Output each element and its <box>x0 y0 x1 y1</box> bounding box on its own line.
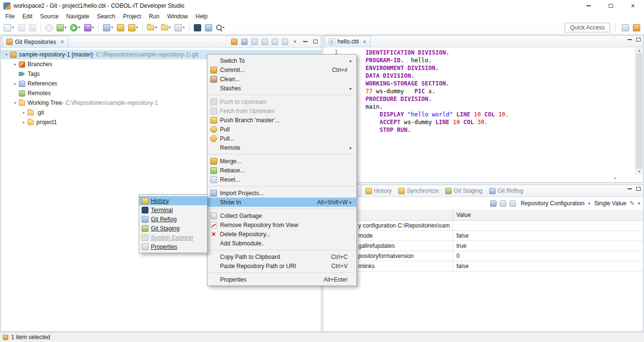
menu-project[interactable]: Project <box>119 12 145 21</box>
dropdown-arrow-icon[interactable]: ▾ <box>78 26 80 29</box>
flat-mode-button[interactable] <box>509 199 517 208</box>
import-folder-button[interactable]: ▾ <box>146 24 159 31</box>
menu-item-git-reflog[interactable]: Git Reflog <box>139 214 207 224</box>
git-perspective-button[interactable] <box>631 23 642 32</box>
value-column-header[interactable]: Value <box>453 210 643 220</box>
dropdown-arrow-icon[interactable]: ▾ <box>92 26 94 29</box>
show-view-button[interactable] <box>204 23 214 32</box>
tree-mode-button[interactable] <box>499 199 508 208</box>
menu-item-add-submodule[interactable]: Add Submodule.. <box>207 239 356 248</box>
tab-git-reflog[interactable]: Git Reflog <box>486 187 526 194</box>
run-button[interactable]: ▾ <box>69 23 82 32</box>
dropdown-arrow-icon[interactable]: ▾ <box>136 26 138 29</box>
menu-item-terminal[interactable]: Terminal <box>139 205 207 214</box>
close-tab-icon[interactable]: ✕ <box>60 39 64 44</box>
tab-history[interactable]: History <box>363 187 395 194</box>
scroll-right-icon[interactable]: ▸ <box>614 175 616 180</box>
menu-item-pull[interactable]: Pull <box>207 125 356 134</box>
editor-horizontal-scrollbar[interactable]: ▸ <box>323 175 635 182</box>
link-with-editor-button[interactable] <box>489 199 498 208</box>
minimize-button[interactable] <box>301 37 309 46</box>
menu-item-switch-to[interactable]: Switch To▸ <box>207 56 356 65</box>
expander-icon[interactable]: ▾ <box>12 100 19 105</box>
menu-item-collect-garbage[interactable]: Collect Garbage <box>207 211 356 220</box>
clone-repository-button[interactable] <box>240 37 249 46</box>
quick-access-button[interactable]: Quick Access <box>565 23 610 32</box>
menu-source[interactable]: Source <box>36 12 62 21</box>
dropdown-arrow-icon[interactable]: ▾ <box>183 26 185 29</box>
database-button[interactable] <box>116 23 126 32</box>
tab-git-repositories[interactable]: Git Repositories ✕ <box>2 36 69 47</box>
code-area[interactable]: IDENTIFICATION DIVISION.PROGRAM-ID. hell… <box>342 47 635 175</box>
expander-icon[interactable]: ▸ <box>20 120 28 125</box>
minimize-window-button[interactable] <box>577 0 600 12</box>
open-console-button[interactable] <box>192 23 203 32</box>
export-folder-button[interactable]: ▾ <box>160 24 173 31</box>
menu-item-stashes[interactable]: Stashes▸ <box>207 84 356 93</box>
repository-configuration-dropdown[interactable]: Repository Configuration ▼ <box>521 200 591 207</box>
menu-item-copy-path-to-clipboard[interactable]: Copy Path to ClipboardCtrl+C <box>207 252 356 261</box>
menu-item-pull[interactable]: Pull... <box>207 134 356 143</box>
minimize-view-icon[interactable] <box>628 188 632 189</box>
menu-item-commit[interactable]: Commit...Ctrl+# <box>207 65 356 74</box>
dropdown-arrow-icon[interactable]: ▾ <box>111 26 113 29</box>
collapse-all-button[interactable] <box>280 37 289 46</box>
edit-value-icon[interactable]: ✎ <box>629 200 634 207</box>
dropdown-arrow-icon[interactable]: ▾ <box>12 26 14 29</box>
expander-icon[interactable]: ▾ <box>3 52 10 57</box>
dropdown-arrow-icon[interactable]: ▾ <box>223 26 225 29</box>
close-window-button[interactable]: ✕ <box>622 0 644 12</box>
menu-file[interactable]: File <box>1 12 18 21</box>
debug-button[interactable]: ▾ <box>55 23 68 32</box>
refresh-button[interactable] <box>260 37 269 46</box>
menu-item-show-in[interactable]: Show InAlt+Shift+W▸ <box>207 198 356 207</box>
maximize-button[interactable] <box>311 37 320 46</box>
scrollbar-thumb[interactable] <box>636 54 642 169</box>
link-with-selection-button[interactable] <box>270 37 279 46</box>
tab-hello-cbl[interactable]: hello.cbl ✕ <box>324 36 371 47</box>
tab-synchronize[interactable]: Synchronize <box>395 187 441 194</box>
menu-item-clean[interactable]: Clean... <box>207 74 356 84</box>
menu-item-remove-repository-from-view[interactable]: Remove Repository from View <box>207 220 356 229</box>
new-wizard-button[interactable]: ▾ <box>2 23 15 32</box>
maximize-view-icon[interactable] <box>636 38 641 42</box>
menu-search[interactable]: Search <box>93 12 119 21</box>
maximize-window-button[interactable] <box>600 0 622 12</box>
menu-window[interactable]: Window <box>163 12 192 21</box>
search-button[interactable]: ▾ <box>215 24 226 31</box>
property-row[interactable]: mlinksfalse <box>323 261 643 271</box>
menu-item-push-branch-master[interactable]: Push Branch 'master'... <box>207 115 356 125</box>
menu-item-rebase[interactable]: Rebase... <box>207 166 356 175</box>
menu-item-delete-repository[interactable]: Delete Repository... <box>207 229 356 239</box>
menu-edit[interactable]: Edit <box>18 12 36 21</box>
open-perspective-button[interactable] <box>620 23 630 32</box>
database-tools-button[interactable]: ▾ <box>127 23 140 32</box>
property-row[interactable]: positoryformatversion0 <box>323 251 643 261</box>
menu-item-properties[interactable]: PropertiesAlt+Enter <box>207 275 356 284</box>
add-repository-button[interactable] <box>230 37 238 46</box>
dropdown-arrow-icon[interactable]: ▾ <box>65 26 67 29</box>
dropdown-arrow-icon[interactable]: ▾ <box>169 26 171 29</box>
skip-breakpoints-button[interactable] <box>44 23 54 32</box>
editor-vertical-scrollbar[interactable]: ▲ ▼ <box>635 47 643 175</box>
menu-item-remote[interactable]: Remote▸ <box>207 143 356 152</box>
view-menu-button[interactable]: ▾ <box>291 37 299 46</box>
menu-item-git-staging[interactable]: Git Staging <box>139 224 207 233</box>
view-menu-icon[interactable]: ▾ <box>638 201 640 206</box>
property-row[interactable]: modefalse <box>323 231 643 241</box>
property-row[interactable]: gallrefupdatestrue <box>323 241 643 251</box>
close-tab-icon[interactable]: ✕ <box>363 39 366 44</box>
menu-item-history[interactable]: History <box>139 196 207 205</box>
menu-item-paste-repository-path-or-uri[interactable]: Paste Repository Path or URICtrl+V <box>207 261 356 271</box>
menu-navigate[interactable]: Navigate <box>62 12 93 21</box>
menu-item-merge[interactable]: Merge... <box>207 157 356 166</box>
property-row[interactable]: y configuration C:\Repositories\sam <box>323 221 643 231</box>
menu-item-properties[interactable]: Properties <box>139 242 207 251</box>
new-cobol-program-button[interactable]: ▾ <box>102 23 115 32</box>
profile-button[interactable]: ▾ <box>83 23 96 32</box>
minimize-view-icon[interactable] <box>628 39 632 40</box>
expander-icon[interactable]: ▸ <box>12 81 19 86</box>
tab-git-staging[interactable]: Git Staging <box>442 187 485 194</box>
create-repository-button[interactable] <box>250 37 259 46</box>
scroll-down-icon[interactable]: ▼ <box>635 169 643 175</box>
